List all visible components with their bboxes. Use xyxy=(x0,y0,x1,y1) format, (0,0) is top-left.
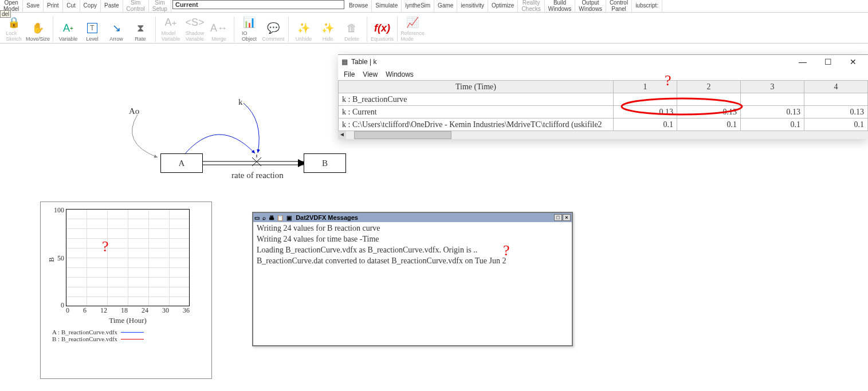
maximize-button[interactable]: ☐ xyxy=(822,57,834,66)
window-buttons: □ × xyxy=(554,214,571,221)
table-titlebar[interactable]: ▦ Table | k — ☐ ✕ xyxy=(338,55,868,69)
save-button[interactable]: Save xyxy=(23,0,44,12)
ytick: 100 xyxy=(54,206,64,215)
row-label: k : C:\Users\tclifford\OneDrive - Kemin … xyxy=(339,119,614,131)
chart-panel[interactable]: 100 50 0 B ? 0 6 12 18 24 30 36 Time (Ho… xyxy=(40,202,212,379)
comment-tool[interactable]: 💬Comment xyxy=(262,21,285,42)
hide-tool[interactable]: ✨Hide xyxy=(316,21,339,42)
menu-windows[interactable]: Windows xyxy=(386,70,414,78)
model-variable-tool[interactable]: A+ModelVariable xyxy=(159,15,182,42)
stock-a[interactable]: A xyxy=(160,153,203,173)
copy-button[interactable]: Copy xyxy=(80,0,101,12)
row-label: k : B_reactionCurve xyxy=(339,93,614,106)
maximize-button[interactable]: □ xyxy=(554,214,562,221)
table-header-row: Time (Time) 1 2 3 4 xyxy=(339,81,868,93)
table-title: Table | k xyxy=(351,58,376,66)
menu-file[interactable]: File xyxy=(344,70,355,78)
separator xyxy=(367,17,367,42)
paste-button[interactable]: Paste xyxy=(101,0,123,12)
separator xyxy=(53,17,53,42)
scroll-thumb[interactable] xyxy=(354,131,451,139)
cell[interactable]: 0.1 xyxy=(614,119,677,131)
output-windows-button[interactable]: OutputWindows xyxy=(575,0,606,12)
lock-sketch-tool[interactable]: 🔒LockSketch xyxy=(2,15,25,42)
cell[interactable]: 0.13 xyxy=(804,106,868,119)
arrow-icon: ↘ xyxy=(109,21,123,35)
label-k[interactable]: k xyxy=(238,97,243,107)
browse-button[interactable]: Browse xyxy=(345,0,372,12)
message-line: B_reactionCurve.dat converted to dataset… xyxy=(257,256,568,267)
level-tool[interactable]: TLevel xyxy=(81,21,104,42)
header-col[interactable]: 2 xyxy=(677,81,741,93)
cell[interactable] xyxy=(804,93,868,106)
label-rate[interactable]: rate of reaction xyxy=(231,171,284,180)
legend-line xyxy=(121,332,144,333)
annotation-question-mark: ? xyxy=(665,72,671,89)
cell[interactable] xyxy=(614,93,677,106)
build-windows-button[interactable]: BuildWindows xyxy=(545,0,576,12)
cell[interactable]: 0.1 xyxy=(677,119,741,131)
xtick: 12 xyxy=(100,306,107,315)
close-button[interactable]: ✕ xyxy=(847,57,859,66)
stock-b[interactable]: B xyxy=(304,153,346,173)
table-window[interactable]: ▦ Table | k — ☐ ✕ File View Windows Time… xyxy=(338,54,868,139)
rate-tool[interactable]: ⧗Rate xyxy=(129,21,152,42)
merge-tool[interactable]: A↔Merge xyxy=(207,21,230,42)
label-ao[interactable]: Ao xyxy=(129,106,139,116)
current-simulation-field[interactable]: Current xyxy=(172,0,344,9)
rate-icon: ⧗ xyxy=(133,21,147,35)
menu-view[interactable]: View xyxy=(363,70,378,78)
variable-tool[interactable]: A+Variable xyxy=(57,21,80,42)
merge-icon: A↔ xyxy=(212,21,226,35)
sim-control-button[interactable]: SimControl xyxy=(123,0,149,12)
model-canvas[interactable]: Ao k A B rate of reaction 100 50 0 B ? 0… xyxy=(0,40,868,391)
cut-button[interactable]: Cut xyxy=(63,0,80,12)
reality-checks-button[interactable]: RealityChecks xyxy=(518,0,544,12)
shadow-variable-tool[interactable]: <S>ShadowVariable xyxy=(183,15,206,42)
synthesim-button[interactable]: iyntheSim xyxy=(402,0,434,12)
table-row[interactable]: k : C:\Users\tclifford\OneDrive - Kemin … xyxy=(339,119,868,131)
cell[interactable]: 0.13 xyxy=(677,106,741,119)
print-button[interactable]: Print xyxy=(44,0,63,12)
cell[interactable]: 0.13 xyxy=(741,106,804,119)
xtick: 30 xyxy=(162,306,169,315)
minimize-button[interactable]: — xyxy=(797,57,808,66)
header-col[interactable]: 4 xyxy=(804,81,868,93)
cell[interactable] xyxy=(741,93,804,106)
control-panel-button[interactable]: ControlPanel xyxy=(606,0,632,12)
unhide-tool[interactable]: ✨Unhide xyxy=(292,21,315,42)
scroll-left-arrow[interactable]: ◄ xyxy=(338,131,346,139)
table-row[interactable]: k : Current 0.13 0.13 0.13 0.13 xyxy=(339,106,868,119)
header-col[interactable]: 3 xyxy=(741,81,804,93)
cell[interactable]: 0.1 xyxy=(741,119,804,131)
horizontal-scrollbar[interactable]: ◄ xyxy=(338,131,868,139)
annotation-question-mark: ? xyxy=(102,238,109,255)
ribbon-tools: 🔒LockSketch ✋Move/Size A+Variable TLevel… xyxy=(0,13,868,44)
close-button[interactable]: × xyxy=(563,214,571,221)
data-table[interactable]: Time (Time) 1 2 3 4 k : B_reactionCurve … xyxy=(338,80,868,131)
separator xyxy=(397,17,398,42)
separator xyxy=(234,17,234,42)
cell[interactable]: 0.1 xyxy=(804,119,868,131)
reference-mode-tool[interactable]: 📈ReferenceMode xyxy=(401,15,424,42)
arrow-tool[interactable]: ↘Arrow xyxy=(105,21,128,42)
header-time[interactable]: Time (Time) xyxy=(339,81,614,93)
table-row[interactable]: k : B_reactionCurve xyxy=(339,93,868,106)
messages-window[interactable]: ▭ ⌕ 🖶 📋 ▣ Dat2VDFX Messages □ × Writing … xyxy=(252,212,573,346)
variable-icon: A+ xyxy=(61,21,75,35)
equations-tool[interactable]: f(x)Equations xyxy=(371,21,394,42)
move-size-tool[interactable]: ✋Move/Size xyxy=(26,21,49,42)
game-button[interactable]: Game xyxy=(434,0,457,12)
cell[interactable] xyxy=(677,93,741,106)
sim-setup-button[interactable]: SimSetup xyxy=(149,0,171,12)
io-object-tool[interactable]: 📊IOObject xyxy=(238,15,261,42)
subscript-button[interactable]: iubscript: xyxy=(632,0,662,12)
simulate-button[interactable]: Simulate xyxy=(372,0,402,12)
legend-item: A : B_reactionCurve.vdfx xyxy=(52,329,206,335)
delete-tool[interactable]: 🗑Delete xyxy=(340,21,363,42)
messages-titlebar[interactable]: ▭ ⌕ 🖶 📋 ▣ Dat2VDFX Messages □ × xyxy=(253,213,572,222)
cell[interactable]: 0.13 xyxy=(614,106,677,119)
sensitivity-button[interactable]: iensitivity xyxy=(457,0,488,12)
legend-text: B : B_reactionCurve.vdfx xyxy=(52,335,117,342)
optimize-button[interactable]: Optimize xyxy=(488,0,518,12)
